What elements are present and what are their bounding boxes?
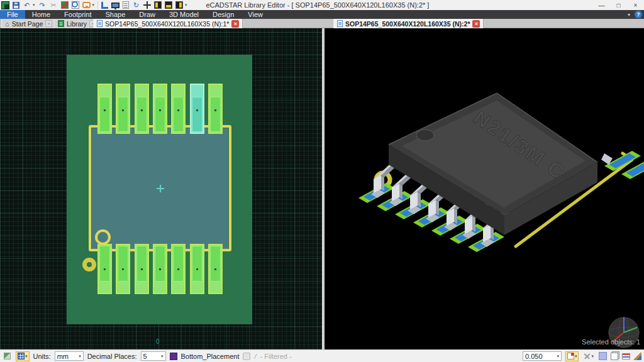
document-icon [97, 20, 103, 27]
smd-pad[interactable] [171, 244, 186, 294]
minimize-button[interactable]: — [593, 0, 610, 10]
units-label: Units: [33, 353, 51, 360]
selection-area-icon[interactable] [599, 352, 607, 360]
tab-start-page[interactable]: ⌂ Start Page × [1, 19, 56, 28]
redo-icon[interactable]: ↷ [38, 1, 47, 9]
ribbon-collapse-chevron-icon[interactable]: ▾ [628, 12, 630, 18]
menu-3d-model[interactable]: 3D Model [162, 10, 206, 19]
smd-pad[interactable] [135, 244, 149, 294]
smd-pad[interactable] [97, 84, 112, 134]
menu-design[interactable]: Design [206, 10, 241, 19]
decimal-places-label: Decimal Places: [87, 353, 137, 360]
home-icon: ⌂ [5, 20, 9, 28]
tab-close-icon[interactable]: × [231, 20, 239, 28]
display-icon[interactable] [111, 3, 119, 8]
copy-pages-icon[interactable] [611, 353, 618, 360]
layer-view-3-icon[interactable] [175, 1, 183, 9]
comment-dropdown-caret[interactable]: ▾ [92, 3, 95, 8]
units-select[interactable]: mm ▾ [55, 351, 84, 361]
active-layer-color-swatch[interactable] [170, 353, 177, 360]
report-icon[interactable] [123, 1, 129, 9]
decimal-places-value: 5 [143, 353, 157, 360]
quick-access-toolbar: ↶ ▾ ↷ ✂ ▾ ↻ ▾ [0, 0, 187, 10]
pin1-dimple [416, 129, 434, 141]
filter-slash: / [254, 353, 256, 360]
placement-status-icon[interactable] [3, 351, 12, 361]
silkscreen-donut-marker[interactable] [82, 258, 96, 272]
smd-pad[interactable] [153, 84, 167, 134]
menu-draw[interactable]: Draw [132, 10, 162, 19]
ecadstar-window: ↶ ▾ ↷ ✂ ▾ ↻ ▾ eCADSTAR Library Editor - … [0, 0, 644, 362]
decimal-places-select[interactable]: 5 ▾ [141, 351, 166, 361]
snap-grid-icon [567, 353, 574, 359]
window-title: eCADSTAR Library Editor - [ SOP14P65_500… [206, 0, 429, 10]
tab-close-icon[interactable]: × [472, 20, 480, 28]
tab-close-icon[interactable]: × [45, 20, 52, 27]
units-value: mm [57, 353, 75, 360]
grid-size-select[interactable]: 0.050 ▾ [523, 351, 562, 361]
grid-icon [18, 353, 25, 359]
brush-icon[interactable] [634, 353, 641, 360]
window-controls: — □ × [593, 0, 644, 10]
smd-pad[interactable] [116, 244, 130, 294]
document-tab-bar: ⌂ Start Page × Library × SOP14P65_500X64… [0, 19, 644, 28]
tab-footprint-document[interactable]: SOP14P65_500X640X120L160X35 (N):1* × [93, 19, 243, 28]
menu-footprint[interactable]: Footprint [57, 10, 98, 19]
tab-3d-document[interactable]: SOP14P65_500X640X120L160X35 (N):2* × [333, 19, 484, 28]
smd-pad[interactable] [116, 84, 130, 134]
tab-label: Start Page [12, 20, 43, 28]
active-layer-name: Bottom_Placement [181, 353, 240, 360]
move-icon[interactable] [143, 1, 151, 9]
maximize-button[interactable]: □ [610, 0, 627, 10]
save-icon[interactable] [13, 2, 19, 9]
refresh-icon[interactable]: ↻ [132, 1, 140, 9]
tab-label: SOP14P65_500X640X120L160X35 (N):1* [105, 20, 229, 28]
grid-style-toggle[interactable]: ▾ [16, 351, 30, 361]
footprint-canvas[interactable]: 0 [0, 28, 322, 349]
menu-bar: File Home Footprint Shape Draw 3D Model … [0, 10, 644, 19]
smd-pad[interactable] [97, 244, 112, 294]
layer-view-1-icon[interactable] [154, 1, 162, 9]
chip-3d-render: N21/3M C [325, 28, 644, 349]
menu-home[interactable]: Home [25, 10, 57, 19]
filter-pages-icon[interactable] [243, 353, 250, 360]
status-bar: ▾ Units: mm ▾ Decimal Places: 5 ▾ Bottom… [0, 349, 644, 362]
menu-view[interactable]: View [241, 10, 270, 19]
pin1-silkscreen-ring[interactable] [95, 229, 111, 245]
smd-pad[interactable] [190, 244, 204, 294]
layer-stack-icon[interactable] [622, 353, 630, 359]
measure-icon[interactable] [101, 2, 108, 9]
toolbar-customize-caret[interactable]: ▾ [185, 3, 187, 8]
undo-dropdown-caret[interactable]: ▾ [33, 3, 35, 8]
smd-pad[interactable] [153, 244, 167, 294]
tab-label: Library [67, 20, 87, 28]
smd-pad[interactable] [208, 84, 223, 134]
library-book-icon [58, 20, 64, 27]
menu-file[interactable]: File [0, 10, 25, 19]
comment-icon[interactable] [82, 2, 91, 8]
pan-mode-button[interactable]: ▾ [582, 351, 595, 361]
viewer-3d-canvas[interactable]: N21/3M C Selected objects: 1 [325, 28, 644, 349]
cut-icon[interactable]: ✂ [50, 1, 58, 9]
title-bar: ↶ ▾ ↷ ✂ ▾ ↻ ▾ eCADSTAR Library Editor - … [0, 0, 644, 10]
menu-shape[interactable]: Shape [99, 10, 133, 19]
zoom-window-icon[interactable] [72, 1, 79, 9]
app-icon[interactable] [1, 1, 9, 9]
padstack-icon[interactable] [61, 1, 69, 9]
chip-body-3d[interactable]: N21/3M C [389, 93, 597, 235]
smd-pad[interactable] [171, 84, 186, 134]
undo-icon[interactable]: ↶ [23, 1, 31, 9]
smd-pad[interactable] [208, 244, 223, 294]
snap-grid-button[interactable]: ▾ [565, 351, 579, 361]
help-icon[interactable]: ? [635, 11, 642, 18]
tab-label: SOP14P65_500X640X120L160X35 (N):2* [345, 20, 470, 28]
grid-style-caret[interactable]: ▾ [25, 354, 28, 359]
close-button[interactable]: × [627, 0, 644, 10]
smd-pad[interactable] [135, 84, 149, 134]
smd-pad-selected[interactable] [190, 84, 204, 134]
axis-zero-label: 0 [156, 338, 160, 345]
filter-text: - Filtered - [260, 353, 292, 360]
document-icon [337, 20, 343, 27]
grid-size-value: 0.050 [525, 353, 553, 360]
layer-view-2-icon[interactable] [165, 1, 172, 9]
